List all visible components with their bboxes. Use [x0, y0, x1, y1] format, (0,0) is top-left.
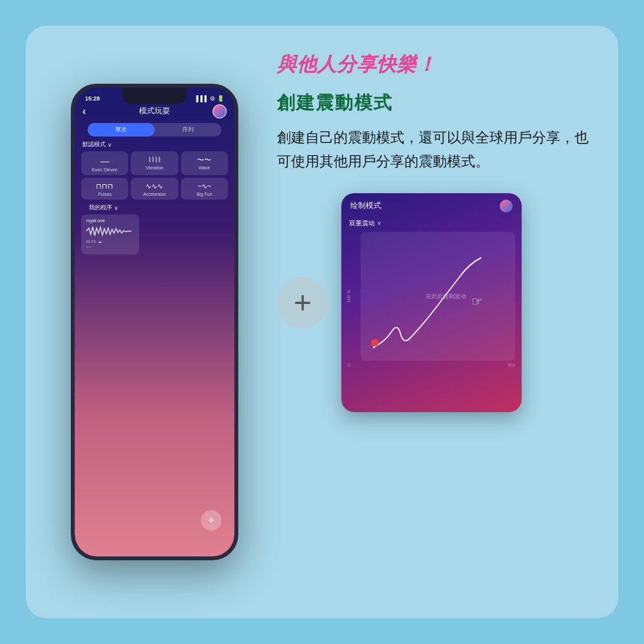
big-fun-icon: ~∿~ [197, 183, 211, 190]
program-time: 01:01 ☁ [86, 239, 134, 243]
mode-name: Wave [199, 166, 211, 170]
program-menu-dots[interactable]: ··· [86, 243, 134, 251]
mode-selector-text: 双重震动 [349, 219, 375, 228]
title-bar: ‹ 模式玩耍 [75, 102, 234, 120]
wave-icon: 〜〜 [197, 156, 211, 164]
description-text: 創建自己的震動模式，還可以與全球用戶分享，也可使用其他用戶分享的震動模式。 [277, 126, 592, 174]
program-title: royal one [86, 218, 134, 223]
chevron-down-icon: ∨ [377, 220, 381, 226]
mode-card-even-steven[interactable]: — Even Steven [81, 151, 128, 175]
tab-single[interactable]: 單次 [88, 123, 155, 137]
mode-card-accelerator[interactable]: ∿∿∿ Accelerator [131, 178, 178, 200]
add-button-circle[interactable]: + [277, 277, 328, 328]
main-heading: 創建震動模式 [277, 91, 592, 115]
draw-card-avatar [500, 200, 513, 213]
back-icon[interactable]: ‹ [82, 106, 86, 117]
phone-mockup: 15:28 ▌▌▌ ⊙ 🔋 ‹ 模式玩耍 單次 序列 默認模式 ∨ [71, 84, 238, 560]
mode-card-big-fun[interactable]: ~∿~ Big Fun [181, 178, 228, 200]
mode-name: Pulses [98, 192, 111, 196]
draw-mode-card: 绘制模式 双重震动 ∨ 100 % 在此处绘制波动 [341, 193, 522, 412]
draw-area-wrapper: 100 % 在此处绘制波动 ☞ [341, 232, 522, 361]
waveform [86, 225, 134, 238]
my-programs-section: 我的程序 ∨ royal one 01:01 ☁ [81, 204, 228, 254]
bottom-area: + 绘制模式 双重震动 ∨ 100 % 在此处绘制波动 [277, 193, 592, 412]
vibration-icon: ⌇⌇⌇⌇ [148, 156, 161, 164]
status-time: 15:28 [85, 95, 100, 102]
avatar-icon [213, 104, 227, 118]
start-dot [371, 339, 379, 346]
mode-card-wave[interactable]: 〜〜 Wave [181, 151, 228, 175]
tagline: 與他人分享快樂！ [277, 52, 592, 78]
x-axis-labels: 0 60s [348, 363, 515, 367]
program-card[interactable]: royal one 01:01 ☁ ··· [81, 214, 139, 254]
tab-sequence[interactable]: 序列 [155, 123, 222, 137]
content-section: 與他人分享快樂！ 創建震動模式 創建自己的震動模式，還可以與全球用戶分享，也可使… [258, 52, 592, 412]
mode-name: Accelerator [143, 192, 166, 196]
default-modes-label: 默認模式 ∨ [82, 140, 227, 149]
draw-canvas[interactable]: 在此处绘制波动 ☞ [361, 232, 515, 361]
status-icons: ▌▌▌ ⊙ 🔋 [196, 95, 224, 102]
cursor-icon: ☞ [471, 294, 483, 309]
phone-screen: 15:28 ▌▌▌ ⊙ 🔋 ‹ 模式玩耍 單次 序列 默認模式 ∨ [75, 88, 234, 556]
mode-name: Big Fun [196, 192, 212, 196]
draw-card-title: 绘制模式 [350, 200, 381, 211]
phone-section: 15:28 ▌▌▌ ⊙ 🔋 ‹ 模式玩耍 單次 序列 默認模式 ∨ [52, 52, 258, 592]
draw-card-header: 绘制模式 [341, 193, 522, 219]
phone-notch [122, 88, 187, 104]
accelerator-icon: ∿∿∿ [146, 183, 163, 190]
mode-card-pulses[interactable]: ⊓⊓⊓ Pulses [81, 178, 128, 200]
even-steven-icon: — [100, 156, 109, 166]
my-programs-label: 我的程序 ∨ [89, 204, 220, 212]
y-axis-label: 100 % [346, 290, 351, 303]
fab-add-button[interactable]: + [201, 510, 222, 531]
mode-card-vibration[interactable]: ⌇⌇⌇⌇ Vibration [131, 151, 178, 175]
x-end-label: 60s [508, 363, 515, 367]
x-start-label: 0 [348, 363, 350, 367]
mode-name: Vibration [146, 166, 164, 170]
tab-bar: 單次 序列 [88, 123, 222, 137]
main-card: 15:28 ▌▌▌ ⊙ 🔋 ‹ 模式玩耍 單次 序列 默認模式 ∨ [26, 26, 618, 618]
mode-name: Even Steven [92, 167, 118, 172]
pulses-icon: ⊓⊓⊓ [96, 183, 113, 190]
screen-title: 模式玩耍 [139, 106, 170, 117]
mode-selector[interactable]: 双重震动 ∨ [349, 219, 514, 228]
modes-grid: — Even Steven ⌇⌇⌇⌇ Vibration 〜〜 Wave ⊓⊓⊓… [81, 151, 228, 200]
